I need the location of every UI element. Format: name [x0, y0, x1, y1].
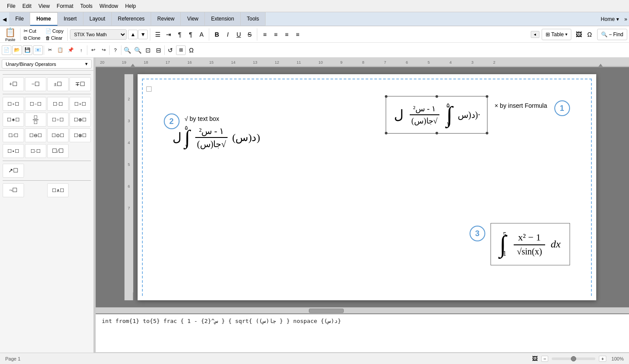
tab-home[interactable]: Home: [30, 12, 57, 26]
statusbar-image-icon[interactable]: 🖼: [532, 355, 538, 362]
new-doc[interactable]: 📄: [2, 45, 11, 55]
bold-button[interactable]: B: [211, 29, 222, 40]
tab-file[interactable]: File: [9, 12, 30, 26]
align-center[interactable]: ≡: [270, 29, 281, 40]
menu-help[interactable]: Help: [122, 2, 140, 10]
list-button[interactable]: ☰: [152, 29, 163, 40]
sym-sq-minus-sq[interactable]: ☐−☐: [25, 97, 46, 111]
font-size-up[interactable]: ▲: [128, 30, 138, 39]
fit-t2[interactable]: ⊡: [143, 45, 153, 55]
sym-sq-wedge-sq[interactable]: ☐∧☐: [47, 183, 69, 197]
svg-text:11: 11: [297, 60, 301, 65]
menu-edit[interactable]: Edit: [19, 2, 35, 10]
image-button[interactable]: 🖼: [574, 29, 584, 40]
sym-sq-odot-sq[interactable]: ☐⊙☐: [47, 128, 69, 142]
menu-view[interactable]: View: [35, 2, 53, 10]
formula-3-box[interactable]: 5 ∫ 1 x² − 1 √sin(x) dx: [491, 223, 570, 265]
tab-insert[interactable]: Insert: [58, 12, 83, 26]
align-left[interactable]: ≡: [259, 29, 270, 40]
undo-t2[interactable]: ↩: [88, 45, 98, 55]
sym-sq-oplus-sq[interactable]: ☐⊕☐: [69, 113, 91, 127]
format-button[interactable]: ¶: [174, 29, 185, 40]
sym-sq-times-sq[interactable]: ☐×☐: [69, 97, 91, 111]
font-size-down[interactable]: ▼: [138, 30, 148, 39]
font-selector[interactable]: STIX Two Math: [70, 29, 127, 40]
menu-format[interactable]: Format: [53, 2, 77, 10]
refresh-t2[interactable]: ↺: [166, 45, 175, 55]
italic-button[interactable]: I: [222, 29, 233, 40]
format2-button[interactable]: A: [196, 29, 207, 40]
sym-sq-otimes-sq[interactable]: ☐⊗☐: [69, 128, 91, 142]
open-doc[interactable]: 📂: [12, 45, 22, 55]
formula-editor[interactable]: int from{1} to{5} frac { 1 - {2}^س } { s…: [96, 313, 629, 353]
sym-sq-bullet-sq[interactable]: ☐∙☐: [25, 144, 46, 158]
sym-sq-plus-sq[interactable]: ☐+☐: [3, 97, 24, 111]
nav-up[interactable]: ◂: [531, 31, 539, 38]
strikethrough-button[interactable]: S: [244, 29, 255, 40]
sym-neg-sq[interactable]: ¬☐: [3, 183, 24, 197]
tab-tools[interactable]: Tools: [241, 12, 266, 26]
nav-left-arrow[interactable]: ◂: [3, 14, 7, 24]
menu-tools[interactable]: Tools: [77, 2, 96, 10]
sym-sq-div-sq[interactable]: ☐÷☐: [47, 113, 69, 127]
zoom-minus-btn[interactable]: −: [541, 356, 548, 362]
symbol-button[interactable]: Ω: [584, 29, 595, 40]
sym-sq-dot-sq[interactable]: ☐·☐: [47, 97, 69, 111]
redo-t2[interactable]: ↪: [99, 45, 108, 55]
align-justify[interactable]: ≡: [292, 29, 303, 40]
cut-button[interactable]: ✂ Cut: [22, 27, 42, 34]
sym-plus-square[interactable]: +☐: [3, 77, 24, 91]
sym-diag[interactable]: ↗☐: [3, 164, 24, 178]
underline-button[interactable]: U: [233, 29, 244, 40]
zoom-out-t2[interactable]: 🔍: [133, 45, 142, 55]
tab-view[interactable]: View: [181, 12, 205, 26]
actual-t2[interactable]: ⊟: [154, 45, 163, 55]
sep-t2c: [109, 45, 110, 55]
sym-frac[interactable]: ☐ ☐: [25, 113, 46, 127]
document-page: 1 × by insert Formula: [138, 74, 596, 300]
grid-t2[interactable]: ⊞: [176, 45, 186, 55]
sym-slashfrac[interactable]: ☐/☐: [47, 144, 69, 158]
find-button[interactable]: 🔍 − Find: [597, 29, 627, 40]
email-doc[interactable]: 📧: [33, 45, 43, 55]
sym-sq-ast-sq[interactable]: ☐∗☐: [3, 113, 24, 127]
tab-layout[interactable]: Layout: [83, 12, 112, 26]
clear-button[interactable]: 🗑 Clear: [44, 35, 66, 41]
save-doc[interactable]: 💾: [23, 45, 32, 55]
tab-references[interactable]: References: [112, 12, 151, 26]
paste-button[interactable]: 📋 Paste: [2, 26, 19, 43]
para-button[interactable]: ¶: [185, 29, 196, 40]
align-right[interactable]: ≡: [281, 29, 292, 40]
cut-t2[interactable]: ✂: [45, 45, 55, 55]
copy-t2[interactable]: 📋: [55, 45, 65, 55]
doc-viewport[interactable]: 2 3 4 5 6 7: [96, 67, 629, 307]
sym-sq-slash-sq[interactable]: ☐/☐: [3, 128, 24, 142]
help-t2[interactable]: ?: [111, 45, 120, 55]
tab-extension[interactable]: Extension: [205, 12, 241, 26]
paste-t2[interactable]: 📌: [66, 45, 76, 55]
table-button[interactable]: ⊞ Table ▾: [542, 29, 571, 40]
sym-mp-square[interactable]: ∓☐: [69, 77, 91, 91]
menu-file[interactable]: File: [3, 2, 19, 10]
copy-button[interactable]: 📄 Copy: [44, 28, 66, 34]
home-nav[interactable]: Home ▾: [597, 12, 622, 26]
hscroll-thumb[interactable]: [309, 309, 344, 313]
zoom-thumb[interactable]: [571, 356, 576, 361]
omega-t2[interactable]: Ω: [187, 45, 196, 55]
sym-minus-square[interactable]: −☐: [25, 77, 46, 91]
formula-selected-box[interactable]: ·(د(س ۵ ∫ ۱ ۱ - س² √جا(س): [386, 96, 487, 134]
sym-sq-circ-sq[interactable]: ☐∘☐: [3, 144, 24, 158]
sym-pm-square[interactable]: ±☐: [47, 77, 69, 91]
zoom-in-t2[interactable]: 🔍: [122, 45, 132, 55]
tab-review[interactable]: Review: [151, 12, 181, 26]
zoom-slider[interactable]: [552, 357, 595, 360]
ribbon-more[interactable]: »: [622, 12, 629, 26]
clone-button[interactable]: ⧉ Clone: [22, 35, 42, 41]
export-t2[interactable]: ↑: [76, 45, 86, 55]
sym-sq-ominus-sq[interactable]: ☐⊖☐: [25, 128, 46, 142]
zoom-plus-btn[interactable]: +: [599, 356, 606, 362]
indent-button[interactable]: ⇥: [163, 29, 174, 40]
category-dropdown[interactable]: Unary/Binary Operators ▾: [2, 59, 92, 69]
bottom-scrollbar[interactable]: [96, 307, 629, 313]
menu-window[interactable]: Window: [96, 2, 122, 10]
